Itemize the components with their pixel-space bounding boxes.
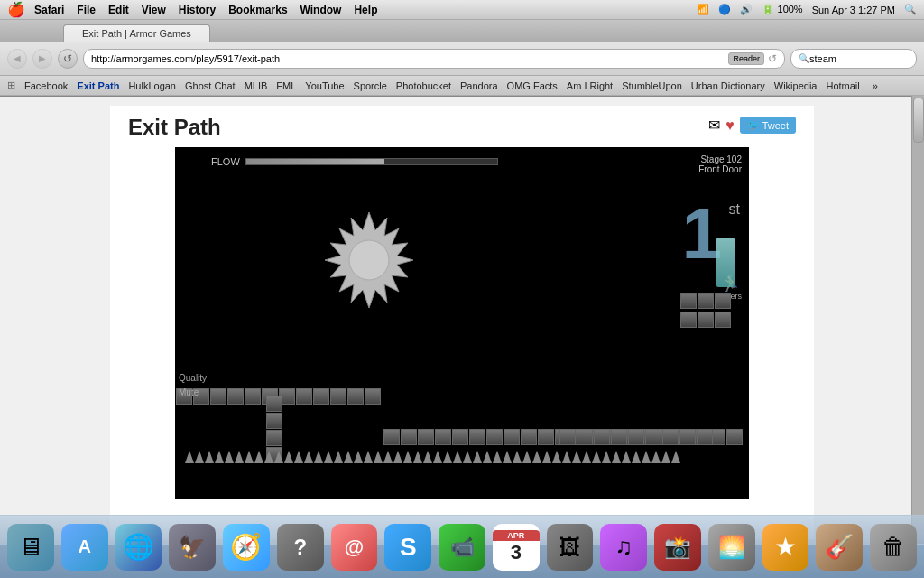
dock-garageband[interactable]: 🎸 xyxy=(816,524,863,571)
url-input[interactable] xyxy=(91,53,728,64)
browser-chrome: Exit Path | Armor Games ◀ ▶ ↺ Reader ↺ 🔍… xyxy=(0,20,924,97)
bookmark-mlib[interactable]: MLIB xyxy=(245,80,268,91)
page-container: Exit Path ✉ ♥ 🐦 Tweet FLOW Stage 102 Fro… xyxy=(110,106,814,539)
stage-line1: Stage 102 xyxy=(698,154,742,164)
game-timer: 02:14.60 xyxy=(692,475,735,488)
dock-iphoto[interactable]: 🖼 xyxy=(547,524,594,571)
history-menu[interactable]: History xyxy=(179,4,216,16)
bookmark-photobucket[interactable]: Photobucket xyxy=(396,80,451,91)
search-icon: 🔍 xyxy=(799,53,809,63)
mute-label[interactable]: Mute xyxy=(179,386,207,400)
spikes-row xyxy=(184,445,740,463)
dock-itunes[interactable]: ♫ xyxy=(600,524,647,571)
back-button[interactable]: ◀ xyxy=(7,49,27,69)
bookmark-sporcle[interactable]: Sporcle xyxy=(354,80,387,91)
game-canvas[interactable]: FLOW Stage 102 Front Door 1 st of 0 runn… xyxy=(175,147,749,499)
stage-line2: Front Door xyxy=(698,164,742,174)
bookmark-youtube[interactable]: YouTube xyxy=(305,80,344,91)
bookmark-pandora[interactable]: Pandora xyxy=(460,80,498,91)
spike-ball xyxy=(319,210,419,312)
scrollbar-thumb[interactable] xyxy=(913,98,924,143)
reader-button[interactable]: Reader xyxy=(728,52,764,65)
bookmark-stumbleupon[interactable]: StumbleUpon xyxy=(622,80,682,91)
game-bottom-bar: ← Arrow Keys to Pan Around → 02:14.60 xyxy=(175,463,749,499)
search-input[interactable] xyxy=(809,53,909,64)
refresh-icon: ↺ xyxy=(768,52,777,65)
dock-network[interactable]: 🌐 xyxy=(116,524,162,571)
bluetooth-icon: 🔵 xyxy=(718,4,731,15)
tab-bar: Exit Path | Armor Games xyxy=(0,20,924,42)
bookmark-amiright[interactable]: Am I Right xyxy=(567,80,613,91)
dock-camera[interactable]: 🌅 xyxy=(708,524,755,571)
bookmark-hulklogan[interactable]: HulkLogan xyxy=(128,80,176,91)
dock-safari[interactable]: 🧭 xyxy=(223,524,270,571)
safari-menu[interactable]: Safari xyxy=(34,4,64,16)
browser-toolbar: ◀ ▶ ↺ Reader ↺ 🔍 xyxy=(0,42,924,76)
bookmark-omgfacts[interactable]: OMG Facts xyxy=(507,80,558,91)
volume-icon: 🔊 xyxy=(740,4,753,15)
dock-finder[interactable]: 🖥 xyxy=(7,524,54,571)
menubar-right: 📶 🔵 🔊 🔋 100% Sun Apr 3 1:27 PM 🔍 xyxy=(697,4,917,15)
flow-bar-fill xyxy=(246,159,384,164)
pan-instruction: ← Arrow Keys to Pan Around → xyxy=(189,475,344,488)
dock-skype[interactable]: S xyxy=(384,524,431,571)
reload-button[interactable]: ↺ xyxy=(58,49,78,69)
door-portal xyxy=(716,238,735,287)
view-menu[interactable]: View xyxy=(142,4,166,16)
active-tab[interactable]: Exit Path | Armor Games xyxy=(63,24,210,42)
dock-trash[interactable]: 🗑 xyxy=(870,524,917,571)
bookmarks-menu[interactable]: Bookmarks xyxy=(228,4,287,16)
email-icon[interactable]: ✉ xyxy=(708,117,720,134)
dock-facetime[interactable]: 📹 xyxy=(439,524,485,571)
svg-point-1 xyxy=(349,240,389,280)
bookmarks-icon: ⊞ xyxy=(7,79,15,91)
file-menu[interactable]: File xyxy=(77,4,96,16)
datetime-display: Sun Apr 3 1:27 PM xyxy=(812,5,895,15)
bookmark-exitpath[interactable]: Exit Path xyxy=(77,80,119,91)
rank-suffix: st xyxy=(729,201,740,218)
dock-calendar[interactable]: APR3 xyxy=(493,524,540,571)
dock-help[interactable]: ? xyxy=(277,524,324,571)
bookmark-fml[interactable]: FML xyxy=(276,80,296,91)
dock-photobooth[interactable]: 📸 xyxy=(654,524,701,571)
bookmark-wikipedia[interactable]: Wikipedia xyxy=(774,80,818,91)
page-title: Exit Path xyxy=(128,115,796,140)
bookmark-ghostchat[interactable]: Ghost Chat xyxy=(185,80,236,91)
help-menu[interactable]: Help xyxy=(354,4,377,16)
menu-bar: 🍎 Safari File Edit View History Bookmark… xyxy=(0,0,924,20)
game-options: Quality Mute xyxy=(179,371,207,400)
search-bar[interactable]: 🔍 xyxy=(790,49,917,69)
dock-addressbook[interactable]: @ xyxy=(331,524,378,571)
bookmarks-bar: ⊞ Facebook Exit Path HulkLogan Ghost Cha… xyxy=(0,76,924,96)
page-actions: ✉ ♥ 🐦 Tweet xyxy=(708,117,796,134)
flow-label: FLOW xyxy=(211,156,240,167)
quality-label[interactable]: Quality xyxy=(179,371,207,386)
edit-menu[interactable]: Edit xyxy=(108,4,129,16)
battery-indicator: 🔋 100% xyxy=(762,4,802,15)
dock-eagle[interactable]: 🦅 xyxy=(169,524,216,571)
twitter-icon: 🐦 xyxy=(747,119,760,131)
content-area: Exit Path ✉ ♥ 🐦 Tweet FLOW Stage 102 Fro… xyxy=(0,97,924,545)
scrollbar[interactable] xyxy=(911,96,924,544)
dock-appstore[interactable]: A xyxy=(61,524,108,571)
wifi-icon: 📶 xyxy=(697,4,709,15)
apple-menu[interactable]: 🍎 xyxy=(7,1,25,18)
heart-icon[interactable]: ♥ xyxy=(725,117,735,134)
url-bar[interactable]: Reader ↺ xyxy=(83,49,785,69)
dock: 🖥 A 🌐 🦅 🧭 ? @ S 📹 APR3 🖼 ♫ 📸 🌅 ★ 🎸 🗑 xyxy=(0,515,924,578)
forward-button[interactable]: ▶ xyxy=(32,49,52,69)
bookmark-urbandictionary[interactable]: Urban Dictionary xyxy=(691,80,765,91)
window-menu[interactable]: Window xyxy=(300,4,342,16)
stage-info: Stage 102 Front Door xyxy=(698,154,742,174)
spotlight-icon[interactable]: 🔍 xyxy=(904,4,917,15)
flow-bar-background xyxy=(245,158,498,165)
dock-istar[interactable]: ★ xyxy=(762,524,809,571)
platform-right-mid xyxy=(559,428,713,445)
more-bookmarks[interactable]: » xyxy=(873,80,878,91)
bookmark-hotmail[interactable]: Hotmail xyxy=(826,80,859,91)
flow-bar-area: FLOW xyxy=(211,156,498,167)
platform-door-right xyxy=(679,292,731,328)
tweet-button[interactable]: 🐦 Tweet xyxy=(740,117,796,134)
bookmark-facebook[interactable]: Facebook xyxy=(24,80,68,91)
